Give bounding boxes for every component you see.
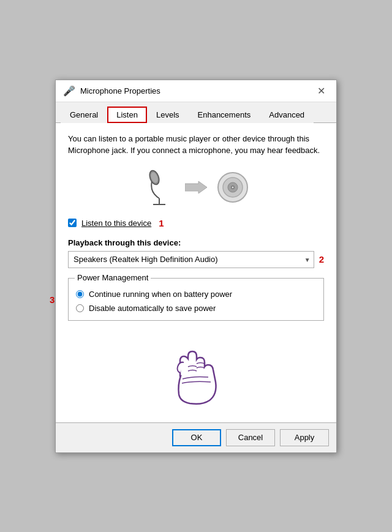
microphone-illustration — [143, 169, 175, 206]
tab-levels[interactable]: Levels — [147, 107, 189, 123]
tab-general[interactable]: General — [61, 107, 107, 123]
listen-label[interactable]: Listen to this device — [81, 219, 151, 228]
power-group-inner: Continue running when on battery power D… — [76, 290, 316, 313]
tab-enhancements[interactable]: Enhancements — [189, 107, 260, 123]
playback-label: Playback through this device: — [68, 238, 324, 247]
radio-continue[interactable] — [76, 290, 84, 298]
title-bar-left: 🎤 Microphone Properties — [63, 85, 160, 97]
ok-button[interactable]: OK — [172, 429, 221, 446]
dialog-footer: OK Cancel Apply — [56, 422, 336, 452]
dialog-title: Microphone Properties — [80, 86, 160, 96]
power-management-legend: Power Management — [75, 273, 151, 282]
radio-disable[interactable] — [76, 304, 84, 312]
radio-disable-label: Disable automatically to save power — [89, 304, 216, 313]
description-text: You can listen to a portable music playe… — [68, 133, 324, 157]
annotation-1: 1 — [159, 218, 164, 228]
close-button[interactable]: ✕ — [313, 83, 329, 99]
radio-continue-label: Continue running when on battery power — [89, 290, 232, 299]
title-bar: 🎤 Microphone Properties ✕ — [56, 80, 336, 102]
radio-row-disable: Disable automatically to save power — [76, 304, 316, 313]
power-management-group: Power Management Continue running when o… — [68, 278, 324, 321]
annotation-2: 2 — [319, 254, 324, 264]
tab-listen[interactable]: Listen — [107, 107, 147, 123]
dialog-icon: 🎤 — [63, 85, 75, 97]
listen-checkbox[interactable] — [68, 219, 77, 227]
svg-marker-4 — [185, 181, 207, 193]
radio-row-continue: Continue running when on battery power — [76, 290, 316, 299]
tab-bar: General Listen Levels Enhancements Advan… — [56, 102, 336, 123]
playback-row: Speakers (Realtek High Definition Audio)… — [68, 251, 324, 268]
cancel-button[interactable]: Cancel — [226, 429, 275, 446]
tab-content: You can listen to a portable music playe… — [56, 123, 336, 422]
hand-svg — [159, 333, 233, 406]
playback-select[interactable]: Speakers (Realtek High Definition Audio)… — [68, 251, 314, 268]
playback-select-wrapper: Speakers (Realtek High Definition Audio)… — [68, 251, 314, 268]
microphone-properties-dialog: 🎤 Microphone Properties ✕ General Listen… — [55, 80, 337, 453]
arrow-illustration — [185, 179, 207, 196]
hand-cursor-illustration — [68, 333, 324, 406]
svg-point-9 — [232, 186, 234, 188]
power-management-outer: 3 Power Management Continue running when… — [68, 278, 324, 321]
apply-button[interactable]: Apply — [280, 429, 329, 446]
annotation-3: 3 — [50, 294, 55, 304]
tab-advanced[interactable]: Advanced — [260, 107, 314, 123]
speaker-illustration — [217, 171, 249, 203]
listen-check-row: Listen to this device 1 — [68, 218, 324, 228]
illustration — [68, 169, 324, 206]
